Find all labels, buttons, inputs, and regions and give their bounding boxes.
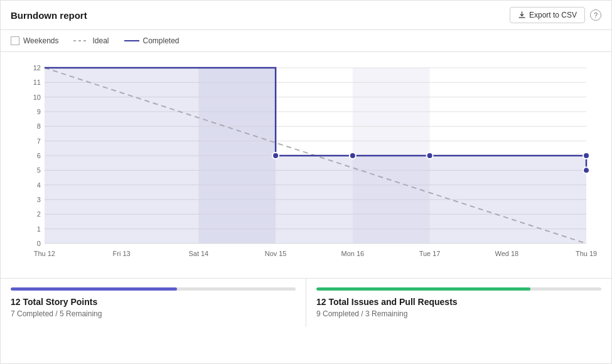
export-csv-button[interactable]: Export to CSV — [510, 7, 585, 23]
story-points-progress-fill — [11, 287, 177, 291]
burndown-chart-svg: 0 1 2 3 4 5 6 7 8 9 10 11 12 Thu 12 Fri … — [13, 58, 599, 272]
story-points-title: 12 Total Story Points — [11, 297, 296, 307]
x-label-4: Mon 16 — [341, 250, 365, 257]
y-label-8: 8 — [37, 122, 41, 130]
y-label-10: 10 — [33, 94, 41, 101]
y-label-1: 1 — [37, 225, 41, 233]
dot-thu19-high — [583, 153, 589, 159]
help-icon-button[interactable]: ? — [590, 9, 601, 21]
legend-completed: Completed — [124, 36, 180, 45]
legend-ideal: Ideal — [73, 36, 109, 45]
x-label-3: Nov 15 — [265, 250, 287, 257]
y-label-4: 4 — [37, 181, 41, 189]
report-title: Burndown report — [11, 10, 87, 21]
legend-weekends: Weekends — [11, 36, 58, 45]
footer-stats: 12 Total Story Points 7 Completed / 5 Re… — [1, 278, 611, 327]
chart-wrapper: 0 1 2 3 4 5 6 7 8 9 10 11 12 Thu 12 Fri … — [13, 58, 599, 272]
y-label-0: 0 — [37, 240, 41, 247]
issues-progress-bar — [316, 287, 601, 291]
y-label-2: 2 — [37, 210, 41, 218]
svg-rect-0 — [518, 16, 525, 18]
x-label-6: Wed 18 — [495, 250, 519, 257]
y-label-7: 7 — [37, 137, 41, 145]
story-points-progress-bar — [11, 287, 296, 291]
x-label-1: Fri 13 — [113, 250, 131, 257]
dot-thu19-low — [583, 167, 589, 173]
stat-card-issues-prs: 12 Total Issues and Pull Requests 9 Comp… — [306, 279, 611, 327]
y-label-12: 12 — [33, 64, 41, 72]
burndown-report-container: Burndown report Export to CSV ? Weekends… — [0, 0, 612, 364]
report-header: Burndown report Export to CSV ? — [1, 1, 611, 30]
export-icon — [518, 11, 526, 19]
story-points-subtitle: 7 Completed / 5 Remaining — [11, 309, 296, 318]
y-label-5: 5 — [37, 166, 41, 174]
legend-bar: Weekends Ideal Completed — [1, 30, 611, 52]
y-label-3: 3 — [37, 196, 41, 203]
dot-mon16 — [350, 153, 356, 159]
stat-card-story-points: 12 Total Story Points 7 Completed / 5 Re… — [1, 279, 306, 327]
issues-progress-fill — [316, 287, 530, 291]
dot-nov15 — [272, 153, 279, 159]
y-label-6: 6 — [37, 152, 41, 159]
y-label-9: 9 — [37, 108, 41, 115]
header-actions: Export to CSV ? — [510, 7, 601, 23]
chart-area: 0 1 2 3 4 5 6 7 8 9 10 11 12 Thu 12 Fri … — [1, 52, 611, 272]
x-label-0: Thu 12 — [34, 250, 55, 257]
completed-line-sample — [124, 40, 139, 41]
weekends-checkbox[interactable] — [11, 36, 19, 45]
ideal-line-sample — [73, 40, 89, 41]
issues-prs-title: 12 Total Issues and Pull Requests — [316, 297, 601, 307]
issues-prs-subtitle: 9 Completed / 3 Remaining — [316, 309, 601, 318]
dot-tue17 — [427, 153, 433, 159]
x-label-7: Thu 19 — [576, 250, 597, 257]
x-label-5: Tue 17 — [419, 250, 441, 257]
y-label-11: 11 — [33, 78, 41, 86]
x-label-2: Sat 14 — [189, 250, 209, 257]
